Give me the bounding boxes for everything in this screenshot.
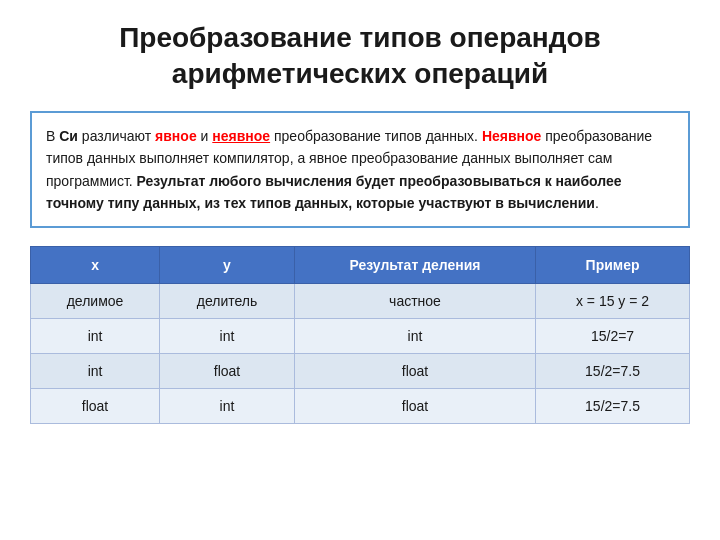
table-cell: 15/2=7 [536,319,690,354]
неявное2-label: Неявное [482,128,541,144]
table-row: floatintfloat15/2=7.5 [31,389,690,424]
table-cell: делитель [160,284,295,319]
col-example: Пример [536,247,690,284]
info-box: В Си различают явное и неявное преобразо… [30,111,690,229]
table-cell: x = 15 y = 2 [536,284,690,319]
table-cell: int [160,389,295,424]
table-cell: int [31,319,160,354]
col-y: y [160,247,295,284]
data-table: x y Результат деления Пример делимоедели… [30,246,690,424]
table-row: intintint15/2=7 [31,319,690,354]
table-cell: float [160,354,295,389]
явное-label: явное [155,128,197,144]
table-body: делимоеделительчастноеx = 15 y = 2intint… [31,284,690,424]
table-row: делимоеделительчастноеx = 15 y = 2 [31,284,690,319]
table-wrapper: x y Результат деления Пример делимоедели… [30,246,690,424]
table-cell: 15/2=7.5 [536,389,690,424]
table-header: x y Результат деления Пример [31,247,690,284]
table-cell: int [160,319,295,354]
table-cell: float [294,389,535,424]
page-title: Преобразование типов операндов арифметич… [30,20,690,93]
table-cell: int [294,319,535,354]
col-x: x [31,247,160,284]
table-cell: float [31,389,160,424]
си-label: Си [59,128,78,144]
info-text: В Си различают явное и неявное преобразо… [46,128,652,211]
bold-result: Результат любого вычисления будет преобр… [46,173,622,211]
table-cell: float [294,354,535,389]
header-row: x y Результат деления Пример [31,247,690,284]
table-cell: 15/2=7.5 [536,354,690,389]
table-cell: int [31,354,160,389]
table-row: intfloatfloat15/2=7.5 [31,354,690,389]
неявное-label: неявное [212,128,270,144]
table-cell: частное [294,284,535,319]
table-cell: делимое [31,284,160,319]
col-result: Результат деления [294,247,535,284]
